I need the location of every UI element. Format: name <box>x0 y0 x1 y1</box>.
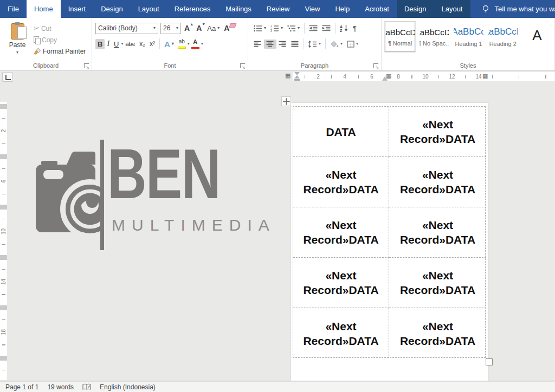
tab-stop-selector[interactable] <box>2 72 13 82</box>
shading-button[interactable]: ▾ <box>328 40 345 49</box>
table-column-ruler-marker[interactable]: ▦ <box>386 73 391 80</box>
tab-table-design[interactable]: Design <box>397 0 434 18</box>
table-cell[interactable]: DATA <box>293 107 389 157</box>
underline-button[interactable]: U <box>112 39 121 49</box>
tab-view[interactable]: View <box>297 0 327 18</box>
bullets-icon <box>254 25 262 32</box>
font-dialog-launcher[interactable] <box>240 63 245 68</box>
grow-font-button[interactable]: A▲ <box>181 24 193 32</box>
tab-mailings[interactable]: Mailings <box>218 0 259 18</box>
font-name-combobox[interactable]: Calibri (Body)▾ <box>95 23 158 34</box>
tab-review[interactable]: Review <box>259 0 298 18</box>
style-partial[interactable]: A <box>522 22 552 52</box>
tab-file[interactable]: File <box>0 0 27 18</box>
ruler-number: 14 <box>474 73 482 80</box>
tab-references[interactable]: References <box>167 0 218 18</box>
ruler-number: 2 <box>315 73 321 80</box>
clipboard-dialog-launcher[interactable] <box>84 63 89 68</box>
highlight-color-bar <box>178 47 186 49</box>
format-painter-button[interactable]: Format Painter <box>31 46 88 56</box>
horizontal-ruler[interactable]: 2 4 6 8 10 12 14 ▦ ▦ <box>293 72 555 81</box>
text-highlight-button[interactable]: ab <box>176 38 188 49</box>
table-row-ruler-marker[interactable] <box>0 305 7 310</box>
align-right-button[interactable] <box>276 40 289 49</box>
table-cell[interactable]: «Next Record»DATA <box>389 157 486 207</box>
tab-layout[interactable]: Layout <box>131 0 167 18</box>
copy-button[interactable]: Copy <box>31 35 88 45</box>
word-count[interactable]: 19 words <box>47 383 74 391</box>
indent-markers[interactable] <box>294 72 300 81</box>
font-color-button[interactable]: A <box>190 38 201 50</box>
table-cell[interactable]: «Next Record»DATA <box>293 207 389 258</box>
borders-button[interactable]: ▾ <box>345 40 360 49</box>
style-no-spacing[interactable]: AaBbCcDc ¶ No Spac... <box>419 22 449 52</box>
numbering-button[interactable]: 123 ▾ <box>268 24 285 33</box>
font-color-dropdown-caret[interactable]: ▾ <box>201 42 203 46</box>
table-cell[interactable]: «Next Record»DATA <box>293 157 389 207</box>
proofing-status-icon[interactable] <box>82 383 91 390</box>
bold-button[interactable]: B <box>95 39 105 49</box>
multilevel-list-button[interactable]: ▾ <box>285 24 302 33</box>
italic-button[interactable]: I <box>105 38 112 49</box>
tab-design[interactable]: Design <box>93 0 130 18</box>
page-indicator[interactable]: Page 1 of 1 <box>5 383 38 391</box>
paste-label: Paste <box>9 41 26 49</box>
table-tools-contextual-tabs: Design Layout <box>397 0 470 18</box>
styles-group-label: Styles <box>382 62 554 69</box>
shrink-font-button[interactable]: A▼ <box>193 24 205 32</box>
table-row-ruler-marker[interactable] <box>0 255 7 260</box>
tab-insert[interactable]: Insert <box>61 0 94 18</box>
clear-formatting-button[interactable]: A <box>222 23 235 34</box>
font-size-combobox[interactable]: 26▾ <box>160 23 181 34</box>
table-cell[interactable]: «Next Record»DATA <box>293 308 389 358</box>
justify-button[interactable] <box>289 40 301 49</box>
table-cell[interactable]: «Next Record»DATA <box>389 258 486 308</box>
change-case-button[interactable]: Aa▾ <box>205 23 222 34</box>
strikethrough-button[interactable]: abc <box>123 40 137 48</box>
table-right-edge-ruler-marker[interactable]: ▦ <box>482 73 488 80</box>
align-center-button[interactable] <box>264 40 276 49</box>
move-cross-icon <box>283 98 290 105</box>
ruler-number: 12 <box>448 73 456 80</box>
vertical-ruler[interactable]: 2 6 10 14 18 <box>0 102 7 380</box>
increase-indent-button[interactable] <box>320 24 333 33</box>
style-heading-1[interactable]: AaBbCc Heading 1 <box>453 22 483 52</box>
paste-dropdown-caret[interactable]: ▾ <box>16 50 18 55</box>
table-row-ruler-marker[interactable] <box>0 154 7 159</box>
paste-button[interactable]: Paste ▾ <box>3 21 31 61</box>
table-row-ruler-marker[interactable] <box>0 356 7 361</box>
tab-acrobat[interactable]: Acrobat <box>357 0 397 18</box>
cut-button[interactable]: ✂ Cut <box>31 23 88 34</box>
ribbon-tab-bar: File Home Insert Design Layout Reference… <box>0 0 555 18</box>
style-heading-2[interactable]: AaBbCcD Heading 2 <box>488 22 518 52</box>
table-cell[interactable]: «Next Record»DATA <box>389 207 486 258</box>
text-effects-button[interactable]: A▾ <box>162 38 176 50</box>
subscript-button[interactable]: x₂ <box>137 39 147 49</box>
decrease-indent-button[interactable] <box>307 24 320 33</box>
camera-icon <box>36 148 102 240</box>
table-left-edge-ruler-marker[interactable]: ▦ <box>285 72 291 79</box>
line-spacing-button[interactable]: ▾ <box>306 40 323 49</box>
tab-table-layout[interactable]: Layout <box>434 0 470 18</box>
tell-me-box[interactable]: Tell me what you want <box>470 0 555 18</box>
sort-button[interactable]: AZ <box>338 23 351 33</box>
tab-help[interactable]: Help <box>327 0 357 18</box>
table-cell[interactable]: «Next Record»DATA <box>293 258 389 308</box>
table-cell[interactable]: «Next Record»DATA <box>389 308 486 358</box>
document-page[interactable]: DATA «Next Record»DATA «Next Record»DATA… <box>291 103 488 381</box>
align-left-button[interactable] <box>251 40 264 49</box>
bullets-button[interactable]: ▾ <box>251 24 268 33</box>
tab-home[interactable]: Home <box>27 0 61 18</box>
table-row-ruler-marker[interactable] <box>0 205 7 210</box>
svg-text:Z: Z <box>340 29 343 32</box>
language-indicator[interactable]: English (Indonesia) <box>100 383 156 391</box>
show-hide-pilcrow-button[interactable]: ¶ <box>351 23 359 34</box>
superscript-button[interactable]: x² <box>147 39 157 49</box>
paragraph-dialog-launcher[interactable] <box>373 63 378 68</box>
table-move-handle[interactable] <box>281 96 291 106</box>
style-normal[interactable]: AaBbCcDc ¶ Normal <box>385 22 415 52</box>
table-cell[interactable]: «Next Record»DATA <box>389 107 486 157</box>
document-workspace: ▦ 2 4 6 8 10 12 14 ▦ ▦ 2 6 10 14 <box>0 71 555 381</box>
table-resize-handle[interactable] <box>486 358 493 365</box>
table-row-ruler-marker[interactable] <box>0 104 7 109</box>
